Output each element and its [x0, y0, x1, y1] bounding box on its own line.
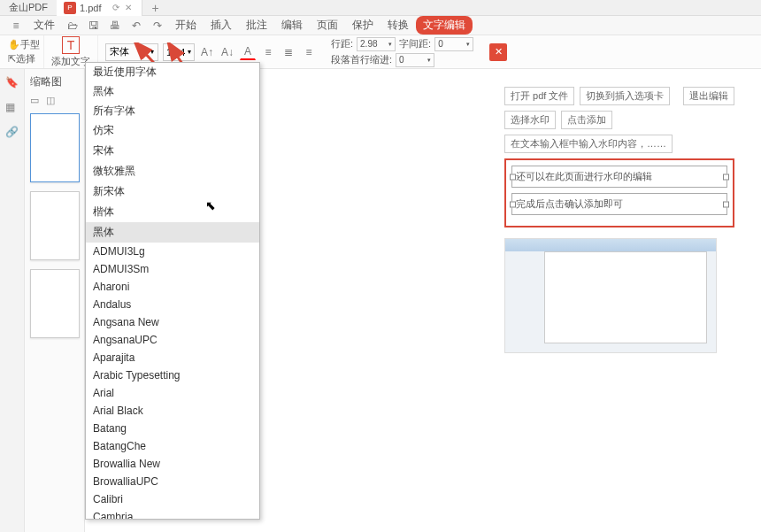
font-item[interactable]: Calibri	[86, 490, 259, 508]
thumb-title: 缩略图	[25, 69, 84, 95]
dd-recent-item[interactable]: 黑体	[86, 81, 259, 102]
menu-annotate[interactable]: 批注	[239, 18, 274, 33]
bookmark-icon[interactable]: 🔖	[5, 76, 19, 90]
align-center-icon[interactable]: ≣	[281, 44, 296, 60]
doc-preview	[504, 238, 717, 353]
menu-edit[interactable]: 编辑	[274, 18, 310, 33]
editable-text-1[interactable]: 还可以在此页面进行水印的编辑	[511, 166, 727, 188]
font-item[interactable]: BrowalliaUPC	[86, 473, 259, 490]
save-icon[interactable]: 🖫	[86, 18, 102, 34]
undo-icon[interactable]: ↶	[128, 18, 144, 34]
font-item[interactable]: 仿宋	[86, 120, 259, 141]
instruction-panel: 打开 pdf 文件 切换到插入选项卡 退出编辑 选择水印 点击添加 在文本输入框…	[504, 87, 734, 353]
page-thumb-3[interactable]	[30, 269, 80, 338]
font-item[interactable]: AngsanaUPC	[86, 331, 259, 349]
font-item[interactable]: Browallia New	[86, 455, 259, 473]
font-item[interactable]: ADMUI3Lg	[86, 243, 259, 260]
tag-switch-insert[interactable]: 切换到插入选项卡	[580, 87, 670, 105]
font-item[interactable]: Arial	[86, 384, 259, 402]
text-icon: T	[62, 36, 80, 54]
editable-text-2[interactable]: 完成后点击确认添加即可	[511, 193, 727, 215]
font-item[interactable]: ADMUI3Sm	[86, 260, 259, 278]
tab-close-icon[interactable]: ✕	[125, 3, 132, 12]
select-tool[interactable]: ⇱ 选择	[8, 52, 40, 66]
font-item[interactable]: Aharoni	[86, 278, 259, 296]
page-thumb-1[interactable]	[30, 113, 80, 182]
font-item[interactable]: 宋体	[86, 141, 259, 161]
menu-convert[interactable]: 转换	[380, 18, 416, 33]
dd-all-header: 所有字体	[86, 102, 259, 120]
dd-recent-header: 最近使用字体	[86, 63, 259, 81]
font-item[interactable]: 微软雅黑	[86, 161, 259, 181]
firstindent-input[interactable]: 0▾	[396, 53, 434, 67]
close-button[interactable]: ✕	[489, 43, 507, 61]
charspace-label: 字间距:	[399, 37, 431, 50]
menu-page[interactable]: 页面	[310, 18, 345, 33]
pdf-icon: P	[64, 2, 76, 14]
tag-select-wm[interactable]: 选择水印	[504, 111, 556, 129]
tag-input-content[interactable]: 在文本输入框中输入水印内容，……	[504, 135, 673, 153]
print-icon[interactable]: 🖶	[107, 18, 123, 34]
font-item[interactable]: Cambria	[86, 508, 259, 519]
font-item[interactable]: Arabic Typesetting	[86, 366, 259, 384]
hand-tool[interactable]: ✋ 手型	[8, 38, 40, 52]
font-item[interactable]: Aparajita	[86, 349, 259, 366]
menu-file[interactable]: 文件	[27, 18, 62, 33]
tag-click-add[interactable]: 点击添加	[561, 111, 612, 129]
page-thumb-2[interactable]	[30, 191, 80, 260]
document-tab[interactable]: P 1.pdf ⟳ ✕	[57, 0, 142, 16]
linespace-label: 行距:	[331, 37, 353, 50]
highlight-box: 还可以在此页面进行水印的编辑 完成后点击确认添加即可	[504, 158, 734, 227]
firstindent-label: 段落首行缩进:	[331, 53, 392, 66]
font-dropdown[interactable]: 最近使用字体 黑体 所有字体 仿宋宋体微软雅黑新宋体楷体黑体ADMUI3LgAD…	[85, 62, 260, 520]
attach-icon[interactable]: 🔗	[5, 126, 19, 140]
open-icon[interactable]: 🗁	[65, 18, 81, 34]
thumb-tool-2[interactable]: ◫	[46, 95, 55, 106]
tag-open-pdf[interactable]: 打开 pdf 文件	[504, 87, 574, 105]
font-item[interactable]: 新宋体	[86, 181, 259, 202]
app-name: 金山PDF	[0, 1, 57, 14]
font-item[interactable]: 楷体	[86, 202, 259, 222]
font-item[interactable]: Andalus	[86, 296, 259, 313]
menu-start[interactable]: 开始	[168, 18, 204, 33]
charspace-input[interactable]: 0▾	[434, 37, 473, 51]
thumbs-icon[interactable]: ▦	[5, 101, 19, 115]
font-item[interactable]: 黑体	[86, 222, 259, 243]
menu-icon[interactable]: ≡	[8, 18, 24, 34]
cursor-icon: ⬉	[205, 198, 216, 212]
thumb-tool-1[interactable]: ▭	[30, 95, 39, 106]
align-right-icon[interactable]: ≡	[301, 44, 317, 60]
new-tab-button[interactable]: +	[142, 1, 167, 15]
font-item[interactable]: Batang	[86, 420, 259, 437]
font-item[interactable]: BatangChe	[86, 437, 259, 455]
tag-exit[interactable]: 退出编辑	[683, 87, 734, 105]
menu-protect[interactable]: 保护	[345, 18, 380, 33]
font-item[interactable]: Angsana New	[86, 313, 259, 331]
linespace-input[interactable]: 2.98▾	[357, 37, 396, 51]
menu-textedit[interactable]: 文字编辑	[416, 16, 473, 35]
font-item[interactable]: Arial Black	[86, 402, 259, 420]
tab-title: 1.pdf	[80, 3, 101, 13]
redo-icon[interactable]: ↷	[150, 18, 165, 34]
tab-refresh-icon[interactable]: ⟳	[112, 3, 119, 12]
menu-insert[interactable]: 插入	[204, 18, 239, 33]
